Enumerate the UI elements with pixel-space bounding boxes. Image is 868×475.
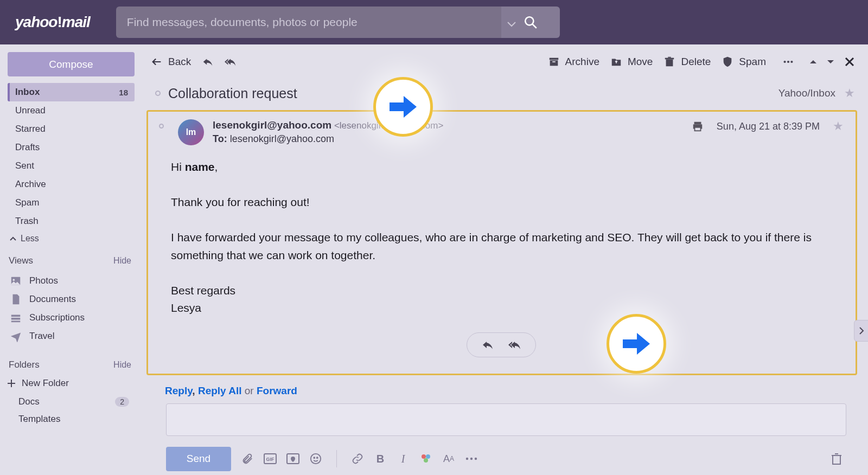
forward-link[interactable]: Forward <box>257 385 297 396</box>
move-button[interactable]: Move <box>610 56 653 68</box>
divider <box>336 450 337 467</box>
reply-icon[interactable] <box>481 338 494 351</box>
folder-spam[interactable]: Spam <box>8 194 135 212</box>
folder-unread[interactable]: Unread <box>8 101 135 120</box>
spam-label: Spam <box>739 56 766 68</box>
bold-icon[interactable]: B <box>374 452 387 465</box>
gif-icon[interactable]: GIF <box>264 452 277 465</box>
folder-inbox[interactable]: Inbox18 <box>8 83 135 101</box>
italic-icon[interactable]: I <box>397 452 410 465</box>
close-icon[interactable] <box>844 56 855 67</box>
folder-archive[interactable]: Archive <box>8 175 135 194</box>
reply-all-icon[interactable] <box>508 338 521 351</box>
more-button[interactable] <box>782 56 794 68</box>
next-pane-button[interactable] <box>854 320 868 342</box>
compose-button[interactable]: Compose <box>8 52 135 76</box>
inline-actions <box>159 332 844 357</box>
view-subscriptions[interactable]: Subscriptions <box>8 309 135 327</box>
star-icon[interactable]: ★ <box>833 119 844 133</box>
svg-point-23 <box>314 457 315 458</box>
emoji-icon[interactable] <box>309 452 322 465</box>
svg-point-22 <box>311 454 321 464</box>
font-icon[interactable]: AA <box>442 452 455 465</box>
send-button[interactable]: Send <box>166 447 231 471</box>
reply-icon[interactable] <box>202 56 214 68</box>
message-header: lm lesenokgirl@yahoo.com <lesenokgirl@ya… <box>159 119 844 145</box>
folder-trash[interactable]: Trash <box>8 212 135 230</box>
or-text: or <box>245 385 254 396</box>
svg-text:GIF: GIF <box>266 457 275 462</box>
svg-point-30 <box>475 458 477 460</box>
attach-icon[interactable] <box>241 452 254 465</box>
more-format-icon[interactable] <box>465 452 478 465</box>
chevron-up-icon <box>10 236 16 241</box>
svg-rect-4 <box>11 315 21 317</box>
svg-point-15 <box>790 60 793 62</box>
prev-message-icon[interactable] <box>809 59 817 65</box>
reply-links: Reply, Reply All or Forward <box>140 375 868 397</box>
view-label: Documents <box>29 294 76 305</box>
move-icon <box>610 56 622 68</box>
svg-point-27 <box>424 458 428 463</box>
star-icon[interactable]: ★ <box>844 86 855 100</box>
discard-icon[interactable] <box>830 452 843 465</box>
svg-point-26 <box>426 454 430 459</box>
forward-arrow-icon <box>390 95 417 119</box>
folder-drafts[interactable]: Drafts <box>8 138 135 157</box>
body-text: I have forwarded your message to my coll… <box>171 231 815 261</box>
views-title: Views <box>9 255 33 266</box>
move-label: Move <box>628 56 653 68</box>
message-body: Hi name, Thank you for reaching out! I h… <box>159 145 844 317</box>
svg-rect-6 <box>11 321 21 323</box>
archive-button[interactable]: Archive <box>548 56 599 68</box>
new-folder[interactable]: New Folder <box>8 376 135 393</box>
delete-label: Delete <box>681 56 711 68</box>
shield-icon <box>722 56 733 68</box>
delete-button[interactable]: Delete <box>663 56 711 68</box>
svg-point-25 <box>422 454 426 459</box>
svg-rect-11 <box>665 57 674 59</box>
compose-field[interactable] <box>166 403 846 436</box>
user-folder-docs[interactable]: Docs 2 <box>8 393 135 410</box>
reply-link[interactable]: Reply <box>165 385 192 396</box>
main-panel: Back Archive Move Delete <box>140 44 868 475</box>
view-travel[interactable]: Travel <box>8 327 135 345</box>
brand-logo: yahoo!mail <box>15 14 90 31</box>
to-label: To: <box>213 133 227 144</box>
folder-label: Sent <box>15 161 34 171</box>
view-photos[interactable]: Photos <box>8 272 135 290</box>
user-folder-templates[interactable]: Templates <box>8 410 135 428</box>
view-documents[interactable]: Documents <box>8 290 135 309</box>
svg-point-13 <box>783 60 786 62</box>
print-icon[interactable] <box>692 120 704 132</box>
back-button[interactable]: Back <box>151 56 191 68</box>
search-input[interactable] <box>116 7 501 38</box>
unread-dot-icon <box>155 91 161 96</box>
folders-title: Folders <box>9 360 40 370</box>
folder-starred[interactable]: Starred <box>8 120 135 138</box>
next-message-icon[interactable] <box>827 59 834 65</box>
spam-button[interactable]: Spam <box>722 56 766 68</box>
folder-sent[interactable]: Sent <box>8 157 135 175</box>
compose-area: Send GIF B I AA <box>166 403 846 475</box>
back-label: Back <box>168 56 191 68</box>
svg-point-3 <box>13 279 15 281</box>
folders-hide[interactable]: Hide <box>113 360 131 370</box>
less-label: Less <box>21 234 39 243</box>
search-wrap <box>116 7 560 38</box>
search-button[interactable] <box>501 7 560 38</box>
card-icon[interactable] <box>286 452 299 465</box>
less-toggle[interactable]: Less <box>8 230 135 252</box>
message-toolbar: Back Archive Move Delete <box>140 44 868 79</box>
reply-all-link[interactable]: Reply All <box>198 385 242 396</box>
subscriptions-icon <box>10 312 22 324</box>
svg-rect-10 <box>666 59 673 66</box>
svg-rect-9 <box>552 61 556 62</box>
folder-label: Docs <box>18 396 40 407</box>
svg-point-14 <box>787 60 789 62</box>
link-icon[interactable] <box>351 452 364 465</box>
archive-label: Archive <box>565 56 599 68</box>
reply-all-icon[interactable] <box>225 56 237 68</box>
color-icon[interactable] <box>419 452 432 465</box>
views-hide[interactable]: Hide <box>113 256 131 266</box>
